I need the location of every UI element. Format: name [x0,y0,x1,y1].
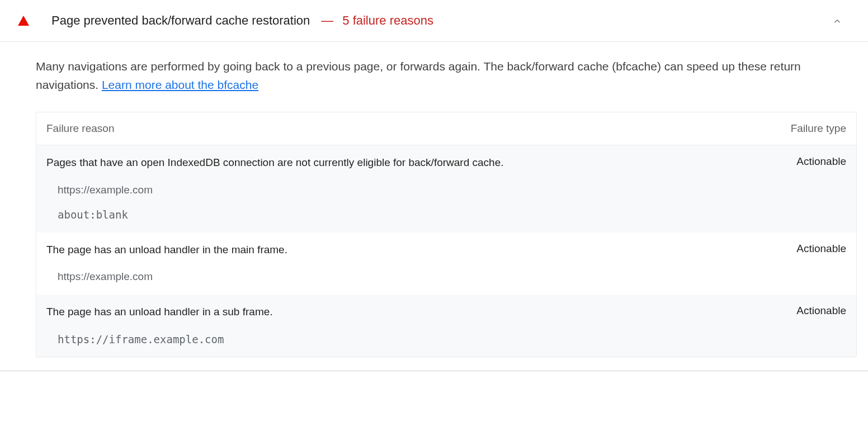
failure-reason: The page has an unload handler in the ma… [46,243,796,258]
warning-triangle-icon [18,16,29,26]
failure-reason: Pages that have an open IndexedDB connec… [46,155,796,170]
failure-type: Actionable [796,155,846,168]
audit-header[interactable]: Page prevented back/forward cache restor… [0,0,868,42]
table-row: The page has an unload handler in a sub … [36,295,856,357]
column-header-reason: Failure reason [46,122,791,135]
failure-type: Actionable [796,305,846,317]
url-list: https://iframe.example.com [46,320,846,347]
audit-body: Many navigations are performed by going … [0,42,868,357]
table-row: Pages that have an open IndexedDB connec… [36,145,856,233]
failure-type: Actionable [796,243,846,255]
url-list: https://example.com about:blank [46,170,846,222]
chevron-up-icon[interactable] [832,16,841,25]
table-header: Failure reason Failure type [36,112,856,145]
column-header-type: Failure type [791,122,846,135]
learn-more-link[interactable]: Learn more about the bfcache [102,78,258,91]
table-row: The page has an unload handler in the ma… [36,233,856,295]
failure-separator: — [321,13,333,28]
url-item: https://iframe.example.com [58,332,846,347]
failure-table: Failure reason Failure type Pages that h… [36,112,857,357]
audit-title: Page prevented back/forward cache restor… [51,13,310,28]
section-divider [0,371,868,371]
url-item: https://example.com [58,269,846,285]
failure-reason: The page has an unload handler in a sub … [46,305,796,320]
audit-description: Many navigations are performed by going … [36,58,830,94]
failure-count: 5 failure reasons [342,13,433,28]
url-list: https://example.com [46,257,846,285]
url-item: https://example.com [58,183,846,198]
url-item: about:blank [58,207,846,222]
